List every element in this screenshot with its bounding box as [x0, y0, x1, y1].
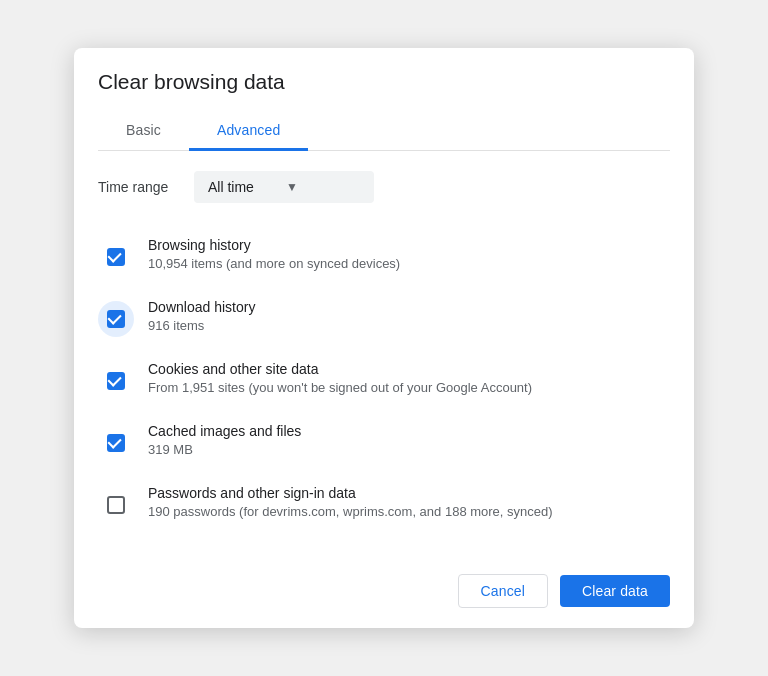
item-title: Cached images and files: [148, 423, 301, 439]
tabs-bar: Basic Advanced: [98, 112, 670, 151]
list-item[interactable]: Passwords and other sign-in data 190 pas…: [98, 473, 670, 535]
checkbox-cached[interactable]: [107, 434, 125, 452]
item-subtitle: 319 MB: [148, 442, 301, 457]
dialog-footer: Cancel Clear data: [74, 558, 694, 628]
checkbox-wrap-cookies: [98, 363, 134, 399]
item-subtitle: 10,954 items (and more on synced devices…: [148, 256, 400, 271]
list-item[interactable]: Browsing history 10,954 items (and more …: [98, 225, 670, 287]
dialog-body: Time range All time ▼ Browsing history 1…: [74, 151, 694, 558]
item-title: Browsing history: [148, 237, 400, 253]
list-item[interactable]: Download history 916 items: [98, 287, 670, 349]
time-range-row: Time range All time ▼: [98, 171, 670, 203]
item-text-download-history: Download history 916 items: [148, 299, 255, 333]
time-range-select[interactable]: All time ▼: [194, 171, 374, 203]
item-subtitle: From 1,951 sites (you won't be signed ou…: [148, 380, 532, 395]
item-subtitle: 190 passwords (for devrims.com, wprims.c…: [148, 504, 553, 519]
item-subtitle: 916 items: [148, 318, 255, 333]
list-item[interactable]: Cached images and files 319 MB: [98, 411, 670, 473]
checkbox-download-history[interactable]: [107, 310, 125, 328]
tab-basic[interactable]: Basic: [98, 112, 189, 151]
item-title: Cookies and other site data: [148, 361, 532, 377]
item-text-passwords: Passwords and other sign-in data 190 pas…: [148, 485, 553, 519]
time-range-value: All time: [208, 179, 254, 195]
tab-advanced[interactable]: Advanced: [189, 112, 308, 151]
checkbox-wrap-cached: [98, 425, 134, 461]
clear-browsing-data-dialog: Clear browsing data Basic Advanced Time …: [74, 48, 694, 628]
dialog-header: Clear browsing data Basic Advanced: [74, 48, 694, 151]
item-text-cookies: Cookies and other site data From 1,951 s…: [148, 361, 532, 395]
item-title: Passwords and other sign-in data: [148, 485, 553, 501]
item-title: Download history: [148, 299, 255, 315]
item-text-cached: Cached images and files 319 MB: [148, 423, 301, 457]
cancel-button[interactable]: Cancel: [458, 574, 548, 608]
checkbox-wrap-download-history: [98, 301, 134, 337]
dialog-title: Clear browsing data: [98, 70, 670, 94]
item-text-browsing-history: Browsing history 10,954 items (and more …: [148, 237, 400, 271]
checkbox-wrap-browsing-history: [98, 239, 134, 275]
dropdown-arrow-icon: ▼: [286, 180, 298, 194]
checkbox-passwords[interactable]: [107, 496, 125, 514]
time-range-label: Time range: [98, 179, 178, 195]
checkbox-browsing-history[interactable]: [107, 248, 125, 266]
clear-data-button[interactable]: Clear data: [560, 575, 670, 607]
checkbox-wrap-passwords: [98, 487, 134, 523]
checkbox-cookies[interactable]: [107, 372, 125, 390]
checkbox-list: Browsing history 10,954 items (and more …: [98, 225, 670, 535]
list-item[interactable]: Cookies and other site data From 1,951 s…: [98, 349, 670, 411]
